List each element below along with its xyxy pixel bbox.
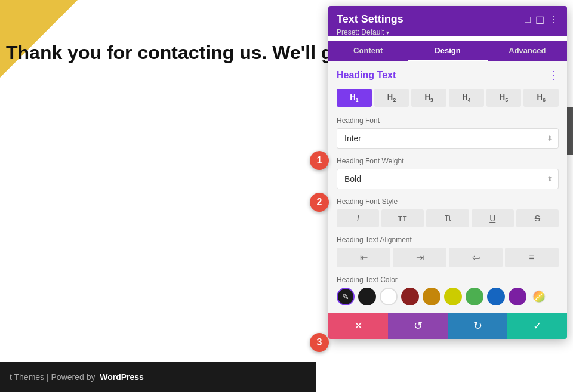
italic-button[interactable]: I [337, 209, 379, 227]
color-swatch-white[interactable] [380, 288, 398, 305]
heading-font-wrapper: Inter ⬍ [337, 128, 559, 149]
preset-arrow: ▾ [386, 29, 389, 36]
heading-text-alignment-label: Heading Text Alignment [337, 236, 559, 244]
text-settings-panel: Text Settings □ ◫ ⋮ Preset: Default ▾ Co… [328, 6, 567, 339]
panel-title: Text Settings [337, 13, 403, 26]
heading-font-weight-wrapper: Bold ⬍ [337, 169, 559, 189]
allcaps-button[interactable]: TT [381, 209, 424, 227]
heading-text-options[interactable]: ⋮ [548, 69, 559, 82]
badge-3: 3 [310, 333, 329, 352]
color-swatch-darkred[interactable] [401, 288, 419, 305]
strikethrough-button[interactable]: S [516, 209, 559, 227]
decorative-triangle [0, 0, 78, 78]
footer-bar: t Themes | Powered by WordPress [0, 362, 316, 392]
color-swatch-black[interactable] [358, 288, 376, 305]
more-icon[interactable]: ⋮ [549, 15, 559, 24]
underline-button[interactable]: U [472, 209, 514, 227]
heading-alignment-buttons: ⇤ ⇥ ⇦ ≡ [337, 248, 559, 267]
align-right-button[interactable]: ⇦ [449, 248, 503, 267]
color-swatch-blue[interactable] [487, 288, 505, 305]
tab-content[interactable]: Content [328, 41, 408, 61]
panel-header-icons: □ ◫ ⋮ [525, 15, 559, 24]
action-bar: ✕ ↺ ↻ ✓ [328, 313, 567, 339]
color-swatch-purple[interactable] [509, 288, 526, 305]
thankyou-text: Thank you for contacting us. We'll ge [6, 42, 343, 64]
heading-font-style-label: Heading Font Style [337, 197, 559, 206]
h2-button[interactable]: H2 [374, 89, 409, 107]
tab-design[interactable]: Design [408, 41, 487, 61]
heading-font-select[interactable]: Inter [337, 128, 559, 149]
heading-font-weight-select[interactable]: Bold [337, 169, 559, 189]
preset-label: Preset: Default [337, 28, 384, 36]
panel-header: Text Settings □ ◫ ⋮ Preset: Default ▾ [328, 6, 567, 36]
heading-text-label: Heading Text [337, 70, 396, 81]
heading-font-style-buttons: I TT Tt U S [337, 209, 559, 227]
redo-button[interactable]: ↻ [448, 313, 507, 339]
heading-font-weight-label: Heading Font Weight [337, 157, 559, 165]
footer-brand: WordPress [100, 372, 144, 382]
badge-2: 2 [310, 193, 329, 212]
gradient-icon-svg [532, 289, 546, 304]
h3-button[interactable]: H3 [411, 89, 446, 107]
align-center-button[interactable]: ⇥ [393, 248, 446, 267]
undo-button[interactable]: ↺ [388, 313, 448, 339]
capitalize-button[interactable]: Tt [426, 209, 469, 227]
heading-text-row: Heading Text ⋮ [337, 69, 559, 82]
align-left-button[interactable]: ⇤ [337, 248, 390, 267]
heading-font-label: Heading Font [337, 116, 559, 125]
footer-text-content: t Themes | Powered by [10, 372, 95, 382]
panel-header-top: Text Settings □ ◫ ⋮ [337, 13, 559, 26]
footer-text: t Themes | Powered by WordPress [10, 372, 144, 382]
color-swatch-yellow[interactable] [444, 288, 462, 305]
h5-button[interactable]: H5 [486, 89, 522, 107]
h1-button[interactable]: H1 [337, 89, 372, 107]
panel-preset[interactable]: Preset: Default ▾ [337, 28, 559, 36]
heading-level-buttons: H1 H2 H3 H4 H5 H6 [337, 89, 559, 107]
responsive-icon[interactable]: □ [525, 15, 531, 24]
color-gradient-icon[interactable] [530, 288, 548, 305]
save-button[interactable]: ✓ [507, 313, 567, 339]
tab-advanced[interactable]: Advanced [488, 41, 567, 61]
h4-button[interactable]: H4 [449, 89, 484, 107]
color-swatch-orange[interactable] [423, 288, 440, 305]
color-swatches: ✎ [337, 288, 559, 305]
align-justify-button[interactable]: ≡ [505, 248, 559, 267]
cancel-button[interactable]: ✕ [328, 313, 388, 339]
layout-icon[interactable]: ◫ [535, 15, 544, 24]
panel-body: Heading Text ⋮ H1 H2 H3 H4 H5 H6 Heading… [328, 61, 567, 313]
color-edit-swatch[interactable]: ✎ [337, 288, 355, 305]
color-swatch-green[interactable] [466, 288, 483, 305]
h6-button[interactable]: H6 [523, 89, 559, 107]
pencil-icon: ✎ [342, 292, 349, 301]
heading-text-color-label: Heading Text Color [337, 276, 559, 284]
badge-1: 1 [310, 151, 329, 170]
panel-tabs: Content Design Advanced [328, 41, 567, 61]
